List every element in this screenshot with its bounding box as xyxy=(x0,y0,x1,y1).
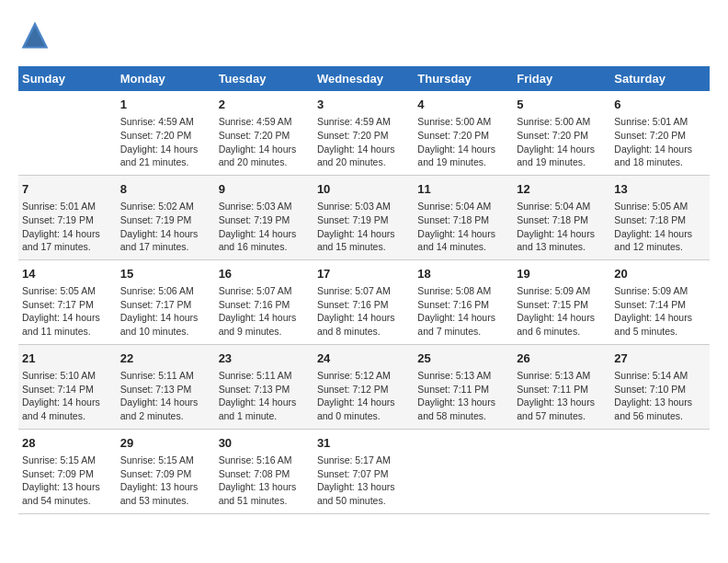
calendar-cell: 29Sunrise: 5:15 AMSunset: 7:09 PMDayligh… xyxy=(117,429,215,513)
calendar-cell xyxy=(513,429,610,513)
day-number: 10 xyxy=(317,181,410,198)
day-number: 19 xyxy=(517,266,607,282)
day-detail: Sunrise: 5:14 AMSunset: 7:10 PMDaylight:… xyxy=(614,369,706,423)
calendar-cell: 31Sunrise: 5:17 AMSunset: 7:07 PMDayligh… xyxy=(313,429,414,513)
calendar-cell: 6Sunrise: 5:01 AMSunset: 7:20 PMDaylight… xyxy=(610,91,710,175)
day-number: 22 xyxy=(120,350,211,367)
header-cell-friday: Friday xyxy=(513,66,610,91)
day-detail: Sunrise: 5:03 AMSunset: 7:19 PMDaylight:… xyxy=(219,200,310,254)
day-number: 26 xyxy=(517,350,607,367)
day-detail: Sunrise: 5:13 AMSunset: 7:11 PMDaylight:… xyxy=(517,369,607,423)
calendar-cell: 8Sunrise: 5:02 AMSunset: 7:19 PMDaylight… xyxy=(117,175,215,259)
page-header xyxy=(18,18,710,52)
calendar-cell xyxy=(414,429,513,513)
day-number: 8 xyxy=(120,181,211,198)
calendar-cell: 1Sunrise: 4:59 AMSunset: 7:20 PMDaylight… xyxy=(117,91,215,175)
day-detail: Sunrise: 5:07 AMSunset: 7:16 PMDaylight:… xyxy=(317,284,410,339)
day-detail: Sunrise: 5:05 AMSunset: 7:18 PMDaylight:… xyxy=(614,200,706,254)
calendar-cell: 10Sunrise: 5:03 AMSunset: 7:19 PMDayligh… xyxy=(313,175,414,259)
day-detail: Sunrise: 5:06 AMSunset: 7:17 PMDaylight:… xyxy=(120,284,211,339)
header-cell-saturday: Saturday xyxy=(610,66,710,91)
calendar-cell: 9Sunrise: 5:03 AMSunset: 7:19 PMDaylight… xyxy=(215,175,313,259)
calendar-cell xyxy=(18,91,117,175)
logo-icon xyxy=(18,18,51,52)
day-number: 24 xyxy=(317,350,410,367)
day-detail: Sunrise: 5:09 AMSunset: 7:15 PMDaylight:… xyxy=(517,284,607,339)
day-detail: Sunrise: 5:11 AMSunset: 7:13 PMDaylight:… xyxy=(120,369,211,423)
calendar-cell: 28Sunrise: 5:15 AMSunset: 7:09 PMDayligh… xyxy=(18,429,117,513)
day-number: 11 xyxy=(417,181,509,198)
day-number: 31 xyxy=(317,435,410,452)
calendar-cell: 15Sunrise: 5:06 AMSunset: 7:17 PMDayligh… xyxy=(117,259,215,344)
day-detail: Sunrise: 5:05 AMSunset: 7:17 PMDaylight:… xyxy=(22,284,113,339)
day-detail: Sunrise: 5:00 AMSunset: 7:20 PMDaylight:… xyxy=(517,115,607,169)
day-number: 27 xyxy=(614,350,706,367)
calendar-cell: 12Sunrise: 5:04 AMSunset: 7:18 PMDayligh… xyxy=(513,175,610,259)
day-number: 12 xyxy=(517,181,607,198)
calendar-cell: 23Sunrise: 5:11 AMSunset: 7:13 PMDayligh… xyxy=(215,344,313,429)
day-number: 29 xyxy=(120,435,211,452)
day-detail: Sunrise: 5:07 AMSunset: 7:16 PMDaylight:… xyxy=(219,284,310,339)
calendar-cell: 3Sunrise: 4:59 AMSunset: 7:20 PMDaylight… xyxy=(313,91,414,175)
calendar-cell: 14Sunrise: 5:05 AMSunset: 7:17 PMDayligh… xyxy=(18,259,117,344)
day-detail: Sunrise: 5:02 AMSunset: 7:19 PMDaylight:… xyxy=(120,200,211,254)
day-detail: Sunrise: 5:17 AMSunset: 7:07 PMDaylight:… xyxy=(317,454,410,508)
calendar-cell: 16Sunrise: 5:07 AMSunset: 7:16 PMDayligh… xyxy=(215,259,313,344)
day-detail: Sunrise: 5:16 AMSunset: 7:08 PMDaylight:… xyxy=(219,454,310,508)
calendar-cell: 17Sunrise: 5:07 AMSunset: 7:16 PMDayligh… xyxy=(313,259,414,344)
calendar-cell: 20Sunrise: 5:09 AMSunset: 7:14 PMDayligh… xyxy=(610,259,710,344)
calendar-week-3: 14Sunrise: 5:05 AMSunset: 7:17 PMDayligh… xyxy=(18,259,710,344)
day-number: 1 xyxy=(120,97,211,113)
day-detail: Sunrise: 4:59 AMSunset: 7:20 PMDaylight:… xyxy=(219,115,310,169)
day-detail: Sunrise: 4:59 AMSunset: 7:20 PMDaylight:… xyxy=(317,115,410,169)
day-number: 25 xyxy=(417,350,509,367)
header-row: SundayMondayTuesdayWednesdayThursdayFrid… xyxy=(18,66,710,91)
calendar-cell: 22Sunrise: 5:11 AMSunset: 7:13 PMDayligh… xyxy=(117,344,215,429)
calendar-cell: 13Sunrise: 5:05 AMSunset: 7:18 PMDayligh… xyxy=(610,175,710,259)
day-number: 15 xyxy=(120,266,211,282)
day-detail: Sunrise: 5:12 AMSunset: 7:12 PMDaylight:… xyxy=(317,369,410,423)
day-detail: Sunrise: 5:04 AMSunset: 7:18 PMDaylight:… xyxy=(517,200,607,254)
logo xyxy=(18,18,55,52)
day-number: 5 xyxy=(517,97,607,113)
calendar-week-4: 21Sunrise: 5:10 AMSunset: 7:14 PMDayligh… xyxy=(18,344,710,429)
header-cell-monday: Monday xyxy=(117,66,215,91)
calendar-week-1: 1Sunrise: 4:59 AMSunset: 7:20 PMDaylight… xyxy=(18,91,710,175)
day-number: 9 xyxy=(219,181,310,198)
calendar-header: SundayMondayTuesdayWednesdayThursdayFrid… xyxy=(18,66,710,91)
day-number: 6 xyxy=(614,97,706,113)
day-number: 3 xyxy=(317,97,410,113)
header-cell-thursday: Thursday xyxy=(414,66,513,91)
calendar-table: SundayMondayTuesdayWednesdayThursdayFrid… xyxy=(18,66,710,514)
day-number: 30 xyxy=(219,435,310,452)
day-detail: Sunrise: 5:10 AMSunset: 7:14 PMDaylight:… xyxy=(22,369,113,423)
day-number: 13 xyxy=(614,181,706,198)
day-number: 23 xyxy=(219,350,310,367)
calendar-cell: 7Sunrise: 5:01 AMSunset: 7:19 PMDaylight… xyxy=(18,175,117,259)
day-detail: Sunrise: 5:13 AMSunset: 7:11 PMDaylight:… xyxy=(417,369,509,423)
calendar-cell: 30Sunrise: 5:16 AMSunset: 7:08 PMDayligh… xyxy=(215,429,313,513)
calendar-body: 1Sunrise: 4:59 AMSunset: 7:20 PMDaylight… xyxy=(18,91,710,513)
header-cell-wednesday: Wednesday xyxy=(313,66,414,91)
calendar-cell: 19Sunrise: 5:09 AMSunset: 7:15 PMDayligh… xyxy=(513,259,610,344)
day-number: 20 xyxy=(614,266,706,282)
day-number: 28 xyxy=(22,435,113,452)
day-detail: Sunrise: 5:08 AMSunset: 7:16 PMDaylight:… xyxy=(417,284,509,339)
day-number: 2 xyxy=(219,97,310,113)
calendar-cell: 11Sunrise: 5:04 AMSunset: 7:18 PMDayligh… xyxy=(414,175,513,259)
day-detail: Sunrise: 5:00 AMSunset: 7:20 PMDaylight:… xyxy=(417,115,509,169)
calendar-cell: 26Sunrise: 5:13 AMSunset: 7:11 PMDayligh… xyxy=(513,344,610,429)
day-number: 7 xyxy=(22,181,113,198)
day-detail: Sunrise: 5:03 AMSunset: 7:19 PMDaylight:… xyxy=(317,200,410,254)
day-number: 21 xyxy=(22,350,113,367)
calendar-cell: 25Sunrise: 5:13 AMSunset: 7:11 PMDayligh… xyxy=(414,344,513,429)
day-number: 4 xyxy=(417,97,509,113)
day-detail: Sunrise: 4:59 AMSunset: 7:20 PMDaylight:… xyxy=(120,115,211,169)
day-number: 18 xyxy=(417,266,509,282)
calendar-cell: 24Sunrise: 5:12 AMSunset: 7:12 PMDayligh… xyxy=(313,344,414,429)
calendar-cell: 18Sunrise: 5:08 AMSunset: 7:16 PMDayligh… xyxy=(414,259,513,344)
day-detail: Sunrise: 5:11 AMSunset: 7:13 PMDaylight:… xyxy=(219,369,310,423)
day-detail: Sunrise: 5:09 AMSunset: 7:14 PMDaylight:… xyxy=(614,284,706,339)
header-cell-tuesday: Tuesday xyxy=(215,66,313,91)
calendar-cell: 21Sunrise: 5:10 AMSunset: 7:14 PMDayligh… xyxy=(18,344,117,429)
